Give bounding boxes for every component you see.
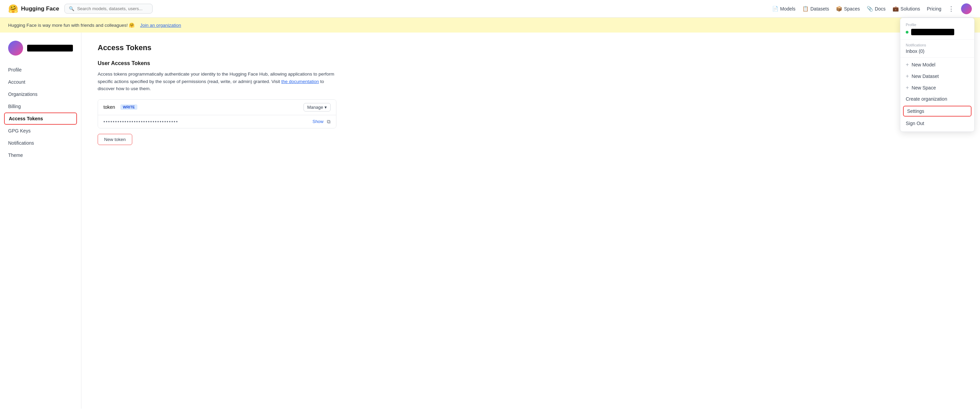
new-token-button[interactable]: New token (98, 134, 132, 145)
search-bar: 🔍 (64, 4, 153, 14)
dropdown-create-org[interactable]: Create organization (900, 93, 974, 104)
dropdown-username-row: ████████████ (900, 27, 974, 38)
copy-icon[interactable]: ⧉ (327, 119, 331, 125)
nav-solutions[interactable]: 💼 Solutions (892, 6, 920, 12)
sidebar-nav: Profile Account Organizations Billing Ac… (0, 64, 81, 161)
page-title: Access Tokens (98, 43, 336, 52)
dropdown-divider-1 (900, 39, 974, 40)
token-badge: WRITE (120, 104, 137, 110)
sidebar-item-theme[interactable]: Theme (0, 149, 81, 161)
dropdown-new-model[interactable]: + New Model (900, 59, 974, 70)
nav-models[interactable]: 📄 Models (772, 6, 795, 12)
dropdown-profile-label: Profile (900, 21, 974, 27)
nav-datasets[interactable]: 📋 Datasets (802, 6, 829, 12)
sidebar-item-gpg-keys[interactable]: GPG Keys (0, 125, 81, 137)
dropdown-new-dataset[interactable]: + New Dataset (900, 70, 974, 82)
show-button[interactable]: Show (312, 119, 323, 124)
token-card: token WRITE Manage ▾ •••••••••••••••••••… (98, 99, 336, 128)
dropdown-notifications-label: Notifications (900, 41, 974, 48)
logo-text: Hugging Face (21, 5, 59, 12)
nav-more-icon[interactable]: ⋮ (948, 5, 954, 13)
avatar (961, 3, 972, 14)
banner-text: Hugging Face is way more fun with friend… (8, 22, 135, 28)
token-actions: Show ⧉ (312, 119, 331, 125)
nav-spaces[interactable]: 📦 Spaces (836, 6, 860, 12)
join-org-link[interactable]: Join an organization (140, 23, 181, 28)
online-indicator (906, 31, 908, 33)
dropdown-inbox: Inbox (0) (900, 48, 974, 56)
plus-icon-space: + (906, 85, 909, 91)
sidebar-username: ████████████ (27, 45, 73, 52)
dropdown-username: ████████████ (911, 29, 954, 35)
topnav: 🤗 Hugging Face 🔍 📄 Models 📋 Datasets 📦 S… (0, 0, 980, 17)
plus-icon-model: + (906, 62, 909, 68)
nav-docs[interactable]: 📎 Docs (867, 6, 886, 12)
chevron-down-icon: ▾ (325, 105, 327, 110)
dropdown-sign-out[interactable]: Sign Out (900, 118, 974, 129)
dropdown-menu: Profile ████████████ Notifications Inbox… (900, 17, 975, 132)
description: Access tokens programmatically authentic… (98, 70, 336, 92)
token-dots: •••••••••••••••••••••••••••••••• (103, 119, 178, 124)
main-content: Access Tokens User Access Tokens Access … (81, 33, 353, 408)
sidebar: ████████████ Profile Account Organizatio… (0, 33, 81, 408)
sidebar-avatar (8, 41, 23, 55)
sidebar-item-profile[interactable]: Profile (0, 64, 81, 76)
banner: Hugging Face is way more fun with friend… (0, 17, 980, 33)
dropdown-settings[interactable]: Settings (903, 106, 972, 117)
logo-emoji: 🤗 (8, 4, 18, 14)
search-input[interactable] (77, 6, 148, 11)
sidebar-item-billing[interactable]: Billing (0, 100, 81, 112)
logo[interactable]: 🤗 Hugging Face (8, 4, 59, 14)
avatar-button[interactable] (961, 3, 972, 14)
token-name: token (103, 104, 115, 110)
sidebar-user: ████████████ (0, 41, 81, 64)
search-icon: 🔍 (69, 6, 74, 11)
plus-icon-dataset: + (906, 73, 909, 79)
nav-pricing[interactable]: Pricing (927, 6, 941, 11)
manage-button[interactable]: Manage ▾ (304, 103, 331, 111)
sidebar-item-notifications[interactable]: Notifications (0, 137, 81, 149)
token-value-row: •••••••••••••••••••••••••••••••• Show ⧉ (98, 115, 336, 128)
sidebar-item-organizations[interactable]: Organizations (0, 88, 81, 100)
sidebar-item-access-tokens[interactable]: Access Tokens (4, 112, 77, 125)
section-title: User Access Tokens (98, 60, 336, 66)
documentation-link[interactable]: the documentation (282, 79, 319, 84)
main-layout: ████████████ Profile Account Organizatio… (0, 33, 980, 408)
sidebar-item-account[interactable]: Account (0, 76, 81, 88)
dropdown-new-space[interactable]: + New Space (900, 82, 974, 93)
topnav-right: 📄 Models 📋 Datasets 📦 Spaces 📎 Docs 💼 So… (772, 3, 972, 14)
dropdown-divider-2 (900, 57, 974, 58)
token-header: token WRITE Manage ▾ (98, 100, 336, 115)
token-left: token WRITE (103, 104, 137, 110)
